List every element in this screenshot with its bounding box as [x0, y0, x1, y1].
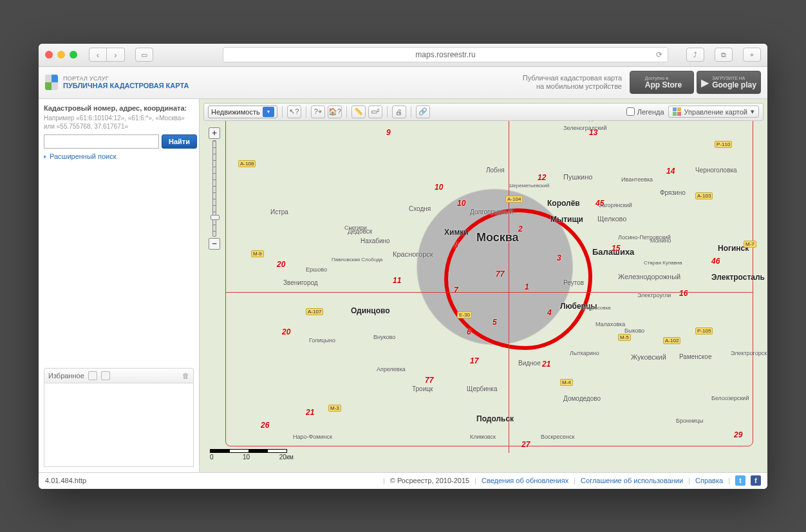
- search-input[interactable]: [44, 134, 159, 149]
- map-city-label: Некрасовка: [583, 305, 611, 311]
- version-label: 4.01.484.http: [45, 477, 86, 484]
- address-bar[interactable]: maps.rosreestr.ru ⟳: [223, 47, 668, 62]
- cadastral-district-number: 3: [557, 253, 561, 262]
- cadastral-district-number: 26: [261, 421, 269, 430]
- layer-dropdown[interactable]: Недвижимость ▾: [208, 105, 277, 118]
- find-button[interactable]: Найти: [162, 134, 197, 149]
- layers-grid-icon: [673, 107, 681, 116]
- map-city-label: Долгопрудный: [470, 208, 513, 216]
- road-shield: А-107: [306, 308, 323, 315]
- help-link[interactable]: Справка: [695, 477, 723, 484]
- map-label-moscow: Москва: [476, 231, 519, 244]
- road-shield: А-103: [695, 192, 713, 199]
- site-header: ПОРТАЛ УСЛУГ ПУБЛИЧНАЯ КАДАСТРОВАЯ КАРТА…: [39, 67, 767, 99]
- map-city-label: Павловская Слобода: [332, 257, 382, 262]
- cadastral-district-number: 17: [470, 356, 478, 365]
- road-shield: А-108: [238, 160, 256, 167]
- new-tab-icon[interactable]: +: [743, 48, 761, 62]
- portal-title[interactable]: ПУБЛИЧНАЯ КАДАСТРОВАЯ КАРТА: [63, 82, 189, 89]
- road-shield: А-104: [505, 196, 523, 203]
- zoom-slider[interactable]: [212, 140, 216, 237]
- map-city-label: Наро-Фоминск: [293, 434, 332, 440]
- map-city-label: Голицыно: [309, 337, 335, 344]
- map-city-label: Нахабино: [361, 237, 390, 244]
- forward-button[interactable]: ›: [107, 48, 125, 62]
- map-city-label: Подольск: [476, 414, 514, 423]
- cadastral-district-number: 8: [454, 241, 458, 250]
- cadastral-district-number: 77: [496, 270, 504, 279]
- map-city-label: Электрогорск: [731, 350, 767, 356]
- back-button[interactable]: ‹: [89, 48, 107, 62]
- agreement-link[interactable]: Соглашение об использовании: [581, 477, 683, 484]
- map-city-label: Воскресенск: [541, 434, 574, 440]
- print-icon[interactable]: 🖨: [392, 105, 406, 118]
- minimize-window-icon[interactable]: [57, 51, 65, 59]
- map-city-label: Старая Купавна: [644, 260, 682, 266]
- sidebar-toggle-icon[interactable]: ▭: [135, 48, 153, 62]
- cadastral-district-number: 15: [612, 244, 620, 253]
- url-text: maps.rosreestr.ru: [415, 50, 475, 59]
- measure-area-icon[interactable]: ▭²: [368, 105, 382, 118]
- browser-chrome: ‹ › ▭ maps.rosreestr.ru ⟳ ⤴ ⧉ +: [39, 44, 767, 67]
- search-label: Кадастровый номер, адрес, координата:: [44, 104, 194, 112]
- road-shield: М-9: [251, 250, 264, 257]
- map-city-label: Одинцово: [351, 306, 390, 315]
- export-excel-icon[interactable]: [101, 371, 110, 380]
- trash-icon[interactable]: 🗑: [182, 372, 189, 380]
- scale-bar: 0 10 20км: [210, 449, 294, 461]
- share-icon[interactable]: ⤴: [686, 48, 704, 62]
- advanced-search-link[interactable]: Расширенный поиск: [44, 152, 194, 160]
- cadastral-district-number: 21: [542, 360, 550, 369]
- cadastral-district-number: 12: [538, 173, 546, 182]
- appstore-button[interactable]: Доступно вApp Store: [630, 71, 694, 94]
- road-shield: Р-105: [695, 327, 713, 335]
- cadastral-district-number: 7: [454, 286, 458, 295]
- identify-tool-icon[interactable]: ?⌖: [311, 105, 325, 118]
- tabs-icon[interactable]: ⧉: [715, 48, 733, 62]
- maximize-window-icon[interactable]: [70, 51, 77, 59]
- map-city-label: Снегири: [344, 225, 367, 231]
- facebook-icon[interactable]: f: [751, 475, 761, 486]
- zoom-out-button[interactable]: −: [209, 238, 220, 250]
- close-window-icon[interactable]: [45, 51, 53, 59]
- map-city-label: Климовск: [470, 434, 496, 440]
- map-city-label: Лыткарино: [570, 350, 599, 356]
- legend-checkbox-input[interactable]: [626, 107, 635, 116]
- favorites-list: [44, 383, 194, 467]
- map-city-label: Троицк: [412, 385, 433, 392]
- chevron-down-icon: ▾: [751, 107, 754, 116]
- legend-checkbox[interactable]: Легенда: [626, 107, 664, 116]
- map-city-label: Белоозерский: [711, 395, 749, 401]
- map-canvas[interactable]: КоролёвМытищиЩелковоПушкиноХимкиОдинцово…: [200, 99, 767, 472]
- map-city-label: Лобня: [486, 167, 505, 174]
- cadastral-district-number: 20: [282, 327, 290, 336]
- cadastral-district-number: 5: [492, 318, 497, 327]
- map-city-label: Реутов: [563, 279, 584, 286]
- rosreestr-logo-icon: [45, 75, 58, 90]
- map-city-label: Ивантеевка: [621, 176, 653, 183]
- road-shield: М-5: [618, 334, 631, 341]
- import-icon[interactable]: [88, 371, 97, 380]
- link-icon[interactable]: 🔗: [416, 105, 430, 118]
- road-shield: М-4: [560, 379, 573, 386]
- map-city-label: Внуково: [373, 334, 395, 340]
- map-city-label: Электроугли: [637, 292, 671, 298]
- updates-link[interactable]: Сведения об обновлениях: [482, 477, 568, 484]
- measure-line-icon[interactable]: 📏: [351, 105, 366, 118]
- favorites-header: Избранное 🗑: [44, 368, 194, 383]
- info-building-icon[interactable]: 🏠?: [328, 105, 342, 118]
- map-management-dropdown[interactable]: Управление картой ▾: [668, 105, 759, 118]
- pointer-tool-icon[interactable]: ↖?: [287, 105, 301, 118]
- googleplay-button[interactable]: ▶ ЗАГРУЗИТЕ НАGoogle play: [697, 71, 761, 94]
- map-city-label: Королёв: [547, 199, 580, 208]
- map-city-label: Фрязино: [660, 189, 686, 196]
- map-area[interactable]: ◀ КоролёвМытищиЩелковоПушкиноХимкиОдинцо…: [200, 99, 767, 472]
- cadastral-district-number: 77: [425, 376, 433, 385]
- reload-icon[interactable]: ⟳: [656, 50, 662, 59]
- map-city-label: Малаховка: [595, 321, 625, 327]
- map-city-label: Домодедово: [563, 395, 601, 402]
- zoom-handle[interactable]: [211, 215, 220, 220]
- zoom-in-button[interactable]: +: [209, 127, 220, 139]
- cadastral-district-number: 10: [457, 199, 465, 208]
- twitter-icon[interactable]: t: [735, 475, 745, 486]
